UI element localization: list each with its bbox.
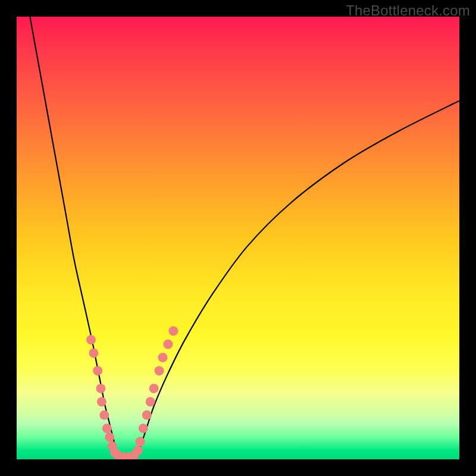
- marker-dot: [86, 335, 96, 345]
- marker-dot: [149, 384, 159, 393]
- marker-dot: [99, 411, 109, 420]
- marker-dot: [97, 397, 107, 406]
- marker-dot: [139, 424, 148, 433]
- marker-dot: [142, 411, 152, 420]
- marker-dot: [163, 340, 173, 349]
- marker-dot: [93, 366, 102, 375]
- marker-dot: [105, 433, 114, 442]
- marker-dot: [96, 384, 105, 393]
- marker-dot: [158, 353, 168, 362]
- marker-dot: [89, 348, 98, 358]
- marker-dot: [168, 326, 178, 336]
- watermark-label: TheBottleneck.com: [346, 2, 470, 19]
- chart-svg: [17, 17, 459, 459]
- chart-plot-area: [17, 17, 459, 459]
- right-branch-line: [136, 101, 459, 459]
- scatter-markers: [86, 326, 178, 459]
- marker-dot: [155, 366, 164, 375]
- marker-dot: [136, 437, 145, 446]
- marker-dot: [146, 397, 155, 406]
- marker-dot: [102, 424, 112, 433]
- chart-frame: TheBottleneck.com: [0, 0, 476, 476]
- marker-dot: [133, 446, 143, 455]
- left-branch-line: [30, 17, 118, 459]
